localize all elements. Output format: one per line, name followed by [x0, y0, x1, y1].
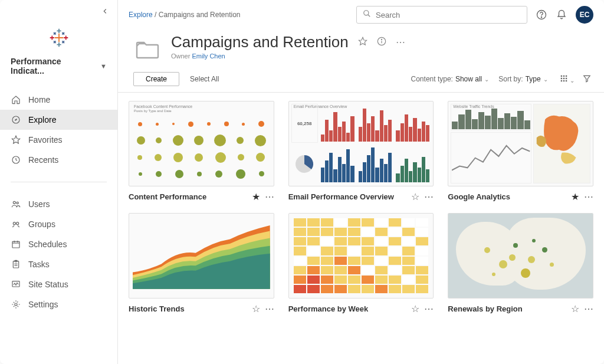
- title-star-icon[interactable]: [358, 37, 367, 48]
- svg-rect-46: [566, 75, 567, 76]
- users-icon: [11, 199, 21, 209]
- card-star-icon[interactable]: ☆: [411, 303, 419, 314]
- sidebar-item-schedules[interactable]: Schedules: [0, 234, 117, 254]
- svg-point-25: [17, 222, 19, 225]
- card-title: Renewals by Region: [448, 304, 566, 313]
- breadcrumb-sep: /: [155, 11, 156, 19]
- owner: Owner Emily Chen: [171, 53, 405, 60]
- card-star-icon[interactable]: ☆: [252, 303, 260, 314]
- status-icon: [11, 279, 21, 290]
- card-more-icon[interactable]: ⋯: [584, 303, 593, 314]
- filter-icon[interactable]: [580, 74, 593, 84]
- card-more-icon[interactable]: ⋯: [265, 191, 274, 202]
- sidebar-item-users[interactable]: Users: [0, 194, 117, 214]
- card-star-icon[interactable]: ★: [571, 191, 579, 202]
- sidebar-item-explore[interactable]: Explore: [0, 110, 117, 130]
- breadcrumb-root[interactable]: Explore: [129, 11, 153, 19]
- avatar-initials: EC: [580, 11, 590, 19]
- card-title: Content Performance: [129, 192, 247, 201]
- card-thumbnail: Website Traffic Trends: [448, 101, 593, 186]
- content-type-label: Content type:: [411, 75, 453, 83]
- card-more-icon[interactable]: ⋯: [265, 303, 274, 314]
- svg-rect-50: [560, 80, 562, 81]
- sidebar-item-label: Favorites: [28, 135, 63, 145]
- svg-rect-47: [560, 77, 562, 78]
- card-thumbnail: Facebook Content Performance Posts by Ty…: [129, 101, 274, 186]
- svg-point-35: [15, 303, 17, 306]
- sort-select[interactable]: Sort by: Type ⌄: [498, 75, 547, 83]
- page-title: Campaigns and Retention: [171, 33, 349, 51]
- sidebar-item-tasks[interactable]: Tasks: [0, 254, 117, 274]
- thumb-title: Facebook Content Performance: [134, 104, 269, 109]
- card-more-icon[interactable]: ⋯: [424, 191, 434, 202]
- card-star-icon[interactable]: ☆: [411, 191, 419, 202]
- svg-point-43: [381, 39, 382, 40]
- svg-point-23: [17, 202, 18, 204]
- collapse-sidebar-icon[interactable]: [101, 7, 109, 18]
- breadcrumb-current: Campaigns and Retention: [159, 11, 241, 19]
- calendar-icon: [11, 239, 21, 250]
- sidebar-item-settings[interactable]: Settings: [0, 294, 117, 314]
- svg-rect-44: [560, 75, 562, 76]
- svg-rect-26: [12, 241, 19, 248]
- groups-icon: [11, 219, 21, 229]
- search-input[interactable]: [376, 11, 521, 19]
- site-selector[interactable]: Performance Indicat... ▼: [0, 57, 117, 84]
- card-renewals-by-region[interactable]: Renewals by Region ☆ ⋯: [448, 213, 593, 314]
- sidebar-item-site-status[interactable]: Site Status: [0, 274, 117, 294]
- sidebar-item-favorites[interactable]: Favorites: [0, 130, 117, 150]
- card-star-icon[interactable]: ☆: [571, 303, 579, 314]
- clipboard-icon: [11, 259, 21, 270]
- card-google-analytics[interactable]: Website Traffic Trends: [448, 101, 593, 202]
- tableau-logo-icon: [0, 22, 117, 57]
- caret-down-icon: ⌄: [543, 76, 548, 83]
- content-type-value: Show all: [455, 75, 482, 83]
- card-title: Historic Trends: [129, 304, 247, 313]
- svg-point-39: [541, 17, 541, 18]
- sidebar-item-recents[interactable]: Recents: [0, 150, 117, 170]
- sidebar-item-home[interactable]: Home: [0, 90, 117, 110]
- thumb-subtitle: Posts by Type and Date: [134, 109, 269, 113]
- card-more-icon[interactable]: ⋯: [424, 303, 434, 314]
- svg-marker-40: [359, 37, 366, 45]
- search-box[interactable]: [356, 6, 527, 24]
- sidebar-item-groups[interactable]: Groups: [0, 214, 117, 234]
- sidebar-item-label: Explore: [28, 115, 56, 124]
- owner-link[interactable]: Emily Chen: [192, 53, 225, 60]
- create-button[interactable]: Create: [133, 72, 179, 86]
- notifications-icon[interactable]: [556, 9, 567, 21]
- card-more-icon[interactable]: ⋯: [584, 191, 593, 202]
- select-all-button[interactable]: Select All: [190, 75, 219, 83]
- card-title: Google Analytics: [448, 192, 566, 201]
- help-icon[interactable]: [536, 9, 547, 21]
- card-content-performance[interactable]: Facebook Content Performance Posts by Ty…: [129, 101, 274, 202]
- sidebar-item-label: Settings: [28, 300, 58, 309]
- content-type-select[interactable]: Content type: Show all ⌄: [411, 75, 490, 83]
- card-star-icon[interactable]: ★: [252, 191, 260, 202]
- sidebar-item-label: Recents: [28, 155, 58, 165]
- avatar[interactable]: EC: [576, 6, 593, 24]
- sort-label: Sort by:: [498, 75, 523, 83]
- star-icon: [11, 135, 21, 145]
- svg-rect-48: [563, 77, 564, 78]
- card-email-performance[interactable]: Email Performance Overview 60,258 Email: [288, 101, 434, 202]
- owner-label: Owner: [171, 53, 190, 60]
- svg-rect-45: [563, 75, 564, 76]
- topbar: Explore / Campaigns and Retention EC: [118, 0, 604, 27]
- thumb-stat: 60,258: [291, 104, 318, 143]
- card-thumbnail: [448, 213, 593, 299]
- breadcrumb: Explore / Campaigns and Retention: [129, 11, 240, 19]
- home-icon: [11, 94, 21, 105]
- caret-down-icon: ▼: [100, 63, 107, 70]
- card-historic-trends[interactable]: Historic Trends ☆ ⋯: [129, 213, 274, 314]
- svg-point-36: [364, 11, 369, 15]
- card-performance-by-week[interactable]: Performance by Week ☆ ⋯: [288, 213, 434, 314]
- title-info-icon[interactable]: [377, 37, 386, 48]
- svg-point-22: [13, 201, 15, 204]
- sidebar-divider: [11, 182, 107, 182]
- view-grid-icon[interactable]: ⌄: [557, 74, 577, 84]
- svg-rect-51: [563, 80, 564, 81]
- title-more-icon[interactable]: ⋯: [396, 37, 405, 48]
- svg-marker-53: [584, 76, 590, 81]
- sort-value: Type: [526, 75, 541, 83]
